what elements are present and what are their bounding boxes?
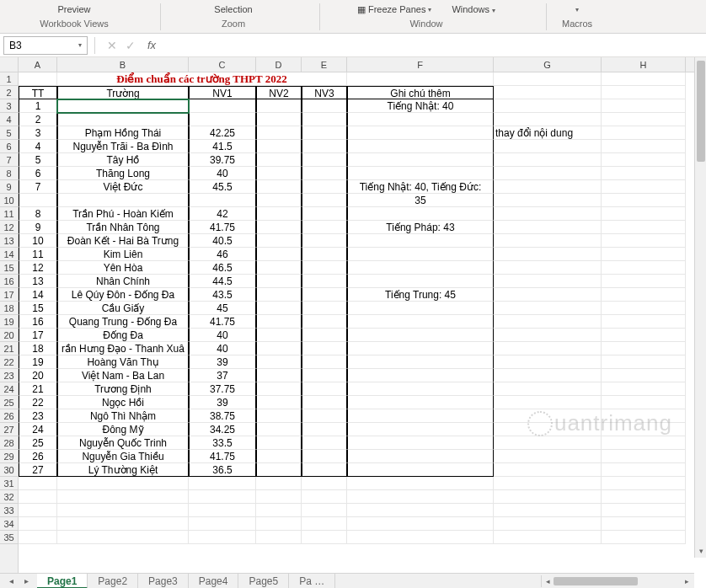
cell[interactable] <box>347 490 494 504</box>
cell-nv3[interactable] <box>302 248 347 261</box>
cell-tt[interactable]: 11 <box>19 248 57 261</box>
cell[interactable] <box>602 477 686 490</box>
cell[interactable] <box>256 517 302 531</box>
cell-nv2[interactable] <box>256 396 302 409</box>
sheet-tab[interactable]: Pa … <box>289 574 335 589</box>
cell-nv1[interactable]: 41.5 <box>189 140 256 153</box>
cell-truong[interactable]: Việt Đức <box>57 180 189 194</box>
cell-tt[interactable]: 8 <box>19 207 57 221</box>
cell[interactable] <box>494 194 602 207</box>
cell[interactable] <box>602 234 686 248</box>
cell-nv3[interactable] <box>302 302 347 315</box>
header-ghichu[interactable]: Ghi chú thêm <box>347 86 494 99</box>
cell[interactable] <box>602 342 686 355</box>
cell[interactable] <box>494 288 602 302</box>
cell-tt[interactable]: 20 <box>19 369 57 382</box>
cell-truong[interactable]: Lý Thường Kiệt <box>57 463 189 477</box>
row-header[interactable]: 14 <box>0 248 18 261</box>
cell-nv3[interactable] <box>302 342 347 355</box>
cell-truong[interactable]: Việt Nam - Ba Lan <box>57 369 189 382</box>
name-box[interactable]: B3 ▾ <box>3 36 88 55</box>
cell[interactable] <box>602 517 686 531</box>
cell-nv1[interactable]: 45 <box>189 302 256 315</box>
col-header-A[interactable]: A <box>19 57 57 72</box>
cell-nv1[interactable]: 42.25 <box>189 126 256 140</box>
cell-truong[interactable]: Trần Nhân Tông <box>57 221 189 234</box>
cell-nv2[interactable] <box>256 302 302 315</box>
cell[interactable] <box>494 342 602 355</box>
cell-ghichu[interactable] <box>347 302 494 315</box>
cell[interactable] <box>494 436 602 450</box>
cell-truong[interactable]: Lê Qúy Đôn - Đống Đa <box>57 288 189 302</box>
cell-truong[interactable]: Phạm Hồng Thái <box>57 126 189 140</box>
row-header[interactable]: 7 <box>0 153 18 167</box>
row-header[interactable]: 28 <box>0 436 18 450</box>
cell-truong[interactable]: Quang Trung - Đống Đa <box>57 315 189 329</box>
cell-nv2[interactable] <box>256 180 302 194</box>
cell[interactable] <box>302 490 347 504</box>
cell-ghichu[interactable] <box>347 329 494 342</box>
header-nv3[interactable]: NV3 <box>302 86 347 99</box>
cell[interactable] <box>602 207 686 221</box>
cell[interactable] <box>347 72 494 86</box>
cell-ghichu[interactable] <box>347 126 494 140</box>
cell[interactable] <box>57 490 189 504</box>
row-header[interactable]: 22 <box>0 355 18 369</box>
cell-nv3[interactable] <box>302 275 347 288</box>
chevron-down-icon[interactable]: ▾ <box>78 41 82 49</box>
row-header[interactable]: 17 <box>0 288 18 302</box>
cell[interactable] <box>347 504 494 517</box>
zoom-selection-button[interactable]: Selection <box>211 4 255 14</box>
cell-grid[interactable]: Điểm chuẩn các trường THPT 2022TTTrườngN… <box>19 72 694 573</box>
cell-nv2[interactable] <box>256 423 302 436</box>
cell-nv1[interactable]: 45.5 <box>189 180 256 194</box>
cell[interactable] <box>189 490 256 504</box>
row-header[interactable]: 27 <box>0 423 18 436</box>
scroll-right-arrow[interactable]: ▸ <box>681 577 693 585</box>
cell-nv2[interactable] <box>256 167 302 180</box>
cell-ghichu[interactable] <box>347 153 494 167</box>
cell[interactable] <box>57 504 189 517</box>
cell[interactable] <box>602 261 686 275</box>
cell-nv2[interactable] <box>256 315 302 329</box>
cell[interactable] <box>494 477 602 490</box>
cell[interactable] <box>602 463 686 477</box>
row-header[interactable]: 21 <box>0 342 18 355</box>
cell-nv1[interactable]: 41.75 <box>189 221 256 234</box>
cell-tt[interactable]: 19 <box>19 355 57 369</box>
cell[interactable] <box>494 504 602 517</box>
cell[interactable] <box>602 409 686 423</box>
cell[interactable] <box>189 517 256 531</box>
cell-truong[interactable]: Ngọc Hồi <box>57 396 189 409</box>
row-header[interactable]: 33 <box>0 504 18 517</box>
cancel-icon[interactable]: ✕ <box>107 39 117 52</box>
cell-nv2[interactable] <box>256 207 302 221</box>
cell-nv3[interactable] <box>302 396 347 409</box>
cell-ghichu[interactable] <box>347 342 494 355</box>
cell-truong[interactable] <box>57 99 189 113</box>
cell[interactable] <box>19 517 57 531</box>
cell-nv2[interactable] <box>256 140 302 153</box>
cell-nv2[interactable] <box>256 450 302 463</box>
title-cell[interactable]: Điểm chuẩn các trường THPT 2022 <box>57 72 347 86</box>
cell[interactable] <box>494 113 602 126</box>
col-header-B[interactable]: B <box>57 57 189 72</box>
cell-nv1[interactable] <box>189 99 256 113</box>
row-header[interactable]: 15 <box>0 261 18 275</box>
cell-tt[interactable]: 26 <box>19 450 57 463</box>
cell[interactable] <box>494 382 602 396</box>
cell-nv2[interactable] <box>256 234 302 248</box>
row-header[interactable]: 19 <box>0 315 18 329</box>
cell-tt[interactable]: 14 <box>19 288 57 302</box>
row-header[interactable]: 35 <box>0 531 18 544</box>
cell[interactable] <box>256 477 302 490</box>
col-header-D[interactable]: D <box>256 57 302 72</box>
cell-ghichu[interactable] <box>347 396 494 409</box>
cell[interactable] <box>57 517 189 531</box>
cell[interactable] <box>494 409 602 423</box>
cell-ghichu[interactable] <box>347 140 494 153</box>
cell-nv3[interactable] <box>302 463 347 477</box>
cell[interactable] <box>494 72 602 86</box>
cell[interactable] <box>494 396 602 409</box>
cell[interactable] <box>256 531 302 544</box>
